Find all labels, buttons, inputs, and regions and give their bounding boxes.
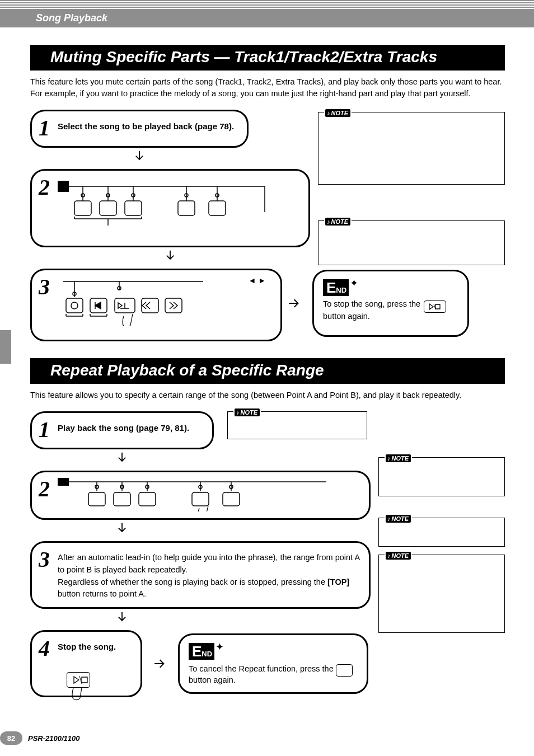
star-icon: ✦ <box>350 277 358 289</box>
flow-arrow-down-icon <box>30 150 249 165</box>
pointing-hand-icon <box>198 506 208 511</box>
svg-rect-45 <box>192 492 209 506</box>
repeat-step-3: 3 After an automatic lead-in (to help gu… <box>30 541 371 609</box>
step-number: 1 <box>39 117 50 139</box>
repeat-buttons-panel <box>58 478 349 511</box>
muting-step-3: 3 ◄ ► <box>30 269 282 341</box>
repeat-step-1: 1 Play back the song (page 79, 81). <box>30 411 214 449</box>
muting-end-box: END✦ To stop the song, press the button … <box>312 270 469 337</box>
step-number: 1 <box>39 419 50 441</box>
note-box: NOTE <box>318 112 505 185</box>
page-edge-tab <box>0 330 11 364</box>
note-box: NOTE <box>378 518 505 547</box>
step-number: 2 <box>39 478 50 500</box>
end-title: END✦ <box>323 279 458 296</box>
page-header: Song Playback <box>0 0 534 27</box>
svg-rect-16 <box>178 201 195 215</box>
svg-rect-23 <box>66 298 83 313</box>
step-number: 2 <box>39 176 50 199</box>
muting-step-1: 1 Select the song to be played back (pag… <box>30 110 249 148</box>
end-text-2: button again. <box>323 312 370 321</box>
end-text: To stop the song, press the <box>323 299 420 308</box>
flow-arrow-right-icon <box>287 297 302 310</box>
svg-rect-42 <box>88 492 105 506</box>
note-label-icon: NOTE <box>385 550 412 560</box>
flow-arrow-down-icon <box>30 522 214 537</box>
note-label-icon: NOTE <box>385 453 412 463</box>
repeat-title: Repeat Playback of a Specific Range <box>30 358 505 384</box>
svg-rect-0 <box>58 181 69 192</box>
svg-rect-46 <box>223 492 240 506</box>
flow-arrow-down-icon <box>30 452 214 466</box>
pointing-hand-icon <box>67 687 90 703</box>
svg-rect-17 <box>209 201 226 215</box>
svg-rect-26 <box>142 298 158 313</box>
play-stop-button-icon <box>424 300 446 313</box>
pointing-hand-icon <box>123 314 133 326</box>
step-number: 3 <box>39 548 50 571</box>
star-icon: ✦ <box>216 641 224 653</box>
repeat-end-box: END✦ To cancel the Repeat function, pres… <box>178 633 368 694</box>
play-stop-button-icon <box>67 672 90 688</box>
end-text: To cancel the Repeat function, press the <box>189 664 336 673</box>
repeat-intro: This feature allows you to specify a cer… <box>30 389 505 401</box>
muting-title: Muting Specific Parts — Track1/Track2/Ex… <box>30 45 505 71</box>
flow-arrow-down-icon <box>30 611 214 626</box>
note-label-icon: NOTE <box>324 107 352 118</box>
muting-step-2: 2 <box>30 169 310 247</box>
end-title: END✦ <box>189 643 358 660</box>
note-label-icon: NOTE <box>385 513 412 523</box>
svg-rect-44 <box>139 492 156 506</box>
step-text: Stop the song. <box>58 637 116 660</box>
page-number: 82 <box>0 731 22 745</box>
repeat-button-icon <box>336 664 353 677</box>
note-box: NOTE <box>378 457 505 496</box>
rew-ff-icons: ◄ ► <box>248 276 266 285</box>
svg-rect-43 <box>114 492 130 506</box>
svg-rect-14 <box>100 201 116 215</box>
note-label-icon: NOTE <box>324 216 352 226</box>
repeat-step-2: 2 <box>30 471 371 520</box>
svg-rect-15 <box>125 201 142 215</box>
svg-rect-30 <box>58 478 69 486</box>
note-box: NOTE <box>227 411 367 439</box>
step-text: Play back the song (page 79, 81). <box>58 419 189 433</box>
step-text: Select the song to be played back (page … <box>58 117 234 131</box>
step-3-text: After an automatic lead-in (to help guid… <box>58 548 360 600</box>
header-section: Song Playback <box>0 9 534 27</box>
note-label-icon: NOTE <box>233 407 261 417</box>
muting-intro: This feature lets you mute certain parts… <box>30 76 505 100</box>
note-box: NOTE <box>318 220 505 265</box>
end-text-2: button again. <box>189 675 236 684</box>
repeat-step-4: 4 Stop the song. <box>30 630 142 697</box>
track-buttons-panel <box>58 176 287 232</box>
transport-buttons-panel <box>58 276 259 326</box>
svg-rect-13 <box>74 201 91 215</box>
flow-arrow-down-icon <box>30 250 310 264</box>
page-footer: 82 PSR-2100/1100 <box>0 731 80 745</box>
step-number: 4 <box>39 637 50 660</box>
model-name: PSR-2100/1100 <box>28 734 80 743</box>
note-box: NOTE <box>378 555 505 633</box>
step-number: 3 <box>39 276 50 298</box>
svg-point-28 <box>71 302 78 309</box>
flow-arrow-right-icon <box>152 657 168 670</box>
